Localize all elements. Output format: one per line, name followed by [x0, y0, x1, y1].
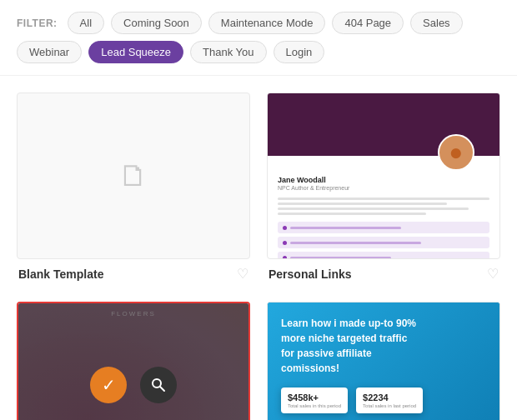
- template-card-blank: 🗋 Blank Template ♡: [17, 92, 250, 285]
- filter-label: FILTER:: [17, 18, 58, 29]
- filter-btn-login[interactable]: Login: [274, 41, 325, 63]
- filter-btn-coming-soon[interactable]: Coming Soon: [111, 12, 202, 34]
- floral-overlay: ✓: [18, 303, 248, 420]
- file-icon: 🗋: [118, 158, 148, 193]
- personal-links-thumb[interactable]: ● Jane Woodall NPC Author & Entrepreneur: [267, 92, 500, 259]
- blank-heart-icon[interactable]: ♡: [237, 266, 248, 282]
- affiliate-stat-card-2: $2234 Total sales in last period: [356, 388, 423, 413]
- personal-links-meta: Personal Links ♡: [267, 259, 500, 285]
- floral-squeeze-thumb[interactable]: FLOWERS ✓: [17, 302, 250, 420]
- filter-btn-sales[interactable]: Sales: [410, 12, 463, 34]
- select-template-btn[interactable]: ✓: [90, 367, 127, 403]
- affiliate-headline: Learn how i made up-to 90% more niche ta…: [281, 316, 423, 376]
- blank-template-name: Blank Template: [18, 268, 103, 281]
- personal-links-name: Personal Links: [269, 268, 352, 281]
- filter-bar: FILTER: All Coming Soon Maintenance Mode…: [0, 0, 517, 76]
- template-grid: 🗋 Blank Template ♡ ● Jane Woodall NPC Au: [0, 76, 517, 420]
- filter-btn-webinar[interactable]: Webinar: [17, 41, 82, 63]
- filter-btn-all[interactable]: All: [68, 12, 104, 34]
- template-card-affiliate: Learn how i made up-to 90% more niche ta…: [267, 302, 500, 420]
- preview-template-btn[interactable]: [140, 367, 177, 403]
- filter-btn-404[interactable]: 404 Page: [332, 12, 404, 34]
- filter-btn-lead-squeeze[interactable]: Lead Squeeze: [88, 41, 183, 63]
- search-icon: [150, 377, 167, 393]
- filter-btn-maintenance[interactable]: Maintenance Mode: [208, 12, 326, 34]
- blank-thumb[interactable]: 🗋: [17, 92, 250, 259]
- template-card-personal-links: ● Jane Woodall NPC Author & Entrepreneur: [267, 92, 500, 285]
- affiliate-thumb[interactable]: Learn how i made up-to 90% more niche ta…: [267, 302, 500, 420]
- blank-meta: Blank Template ♡: [17, 259, 250, 285]
- svg-line-1: [160, 387, 164, 391]
- template-card-floral-squeeze: FLOWERS ✓ Floral Squeeze Page ♡: [17, 302, 250, 420]
- personal-links-heart-icon[interactable]: ♡: [487, 266, 499, 282]
- affiliate-stat-card-1: $458k+ Total sales in this period: [281, 388, 348, 413]
- filter-btn-thank-you[interactable]: Thank You: [190, 41, 266, 63]
